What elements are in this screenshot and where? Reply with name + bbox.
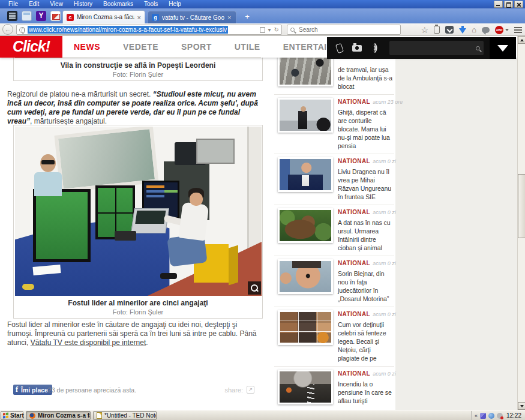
news-thumbnail-blejnar[interactable]: [278, 259, 333, 294]
news-thumbnail-dragnea[interactable]: [278, 157, 333, 192]
urlbar-dropdown-icon[interactable]: ▾: [268, 26, 271, 33]
navigation-toolbar: ← www.click.ro/news/national/miron-cozma…: [0, 23, 525, 36]
sidebar-news-item[interactable]: NATIONALacum 0 zi A dat nas în nas cu ur…: [274, 205, 394, 256]
tab-active-miron-cozma[interactable]: c Miron Cozma s-a făcut şef la ... ×: [62, 10, 145, 23]
new-tab-button[interactable]: +: [241, 12, 253, 22]
news-category: NATIONAL: [338, 260, 370, 266]
tray-alert-icon[interactable]: [497, 413, 503, 419]
like-count: 23 de persoane apreciază asta.: [48, 386, 136, 394]
news-category: NATIONAL: [338, 158, 370, 164]
site-search-input[interactable]: [389, 41, 484, 55]
tab-title: vatafu tv - Căutare Google: [162, 14, 224, 21]
news-category: NATIONAL: [338, 209, 370, 215]
tab-google-search[interactable]: g vatafu tv - Căutare Google ×: [148, 11, 236, 23]
back-button[interactable]: ←: [2, 24, 13, 35]
tab-title: Miron Cozma s-a făcut şef la ...: [77, 14, 134, 20]
zoom-photo-icon[interactable]: [248, 281, 261, 295]
news-thumbnail-collage[interactable]: [278, 310, 333, 345]
share-label: share:: [224, 386, 243, 394]
news-title: Sorin Blejnar, din nou în faţa judecător…: [338, 269, 393, 303]
sidebar-news-item[interactable]: NATIONALacum 0 zi Cum vor deţinuţii cele…: [274, 307, 394, 366]
pinned-tab-stack-icon[interactable]: [7, 11, 17, 21]
url-bar[interactable]: www.click.ro/news/national/miron-cozma-s…: [16, 25, 282, 35]
vertical-scrollbar[interactable]: [517, 36, 525, 410]
article-photo-studio[interactable]: [15, 127, 262, 296]
vatafu-tv-link[interactable]: Vătafu TV este disponibil pe internet: [31, 338, 146, 347]
news-title: A dat nas în nas cu ursul. Urmarea întâl…: [338, 218, 393, 252]
mobile-icon[interactable]: [335, 43, 344, 53]
pinned-tab-yahoo-icon[interactable]: Y: [36, 11, 46, 21]
share-icon[interactable]: ↗: [247, 386, 254, 394]
pinned-tab-window-icon[interactable]: [22, 11, 32, 21]
downloads-icon[interactable]: [459, 28, 466, 34]
header-dropdown-toggle[interactable]: [490, 37, 516, 59]
menu-edit[interactable]: Edit: [23, 0, 44, 8]
search-input[interactable]: [298, 26, 388, 34]
nav-utile[interactable]: UTILE: [223, 42, 272, 52]
pinned-tab-gmail-icon[interactable]: [50, 11, 61, 21]
taskbar-firefox-task[interactable]: Miron Cozma s-a făcu...: [26, 411, 91, 420]
search-icon: [290, 28, 295, 32]
menu-help[interactable]: Help: [163, 0, 187, 8]
facebook-like-button[interactable]: f Îmi place: [13, 385, 52, 395]
news-time: acum 0 zi: [373, 209, 396, 215]
bookmarks-panel-icon[interactable]: [434, 26, 440, 34]
hamburger-menu-icon[interactable]: [514, 27, 522, 33]
camera-icon[interactable]: [352, 45, 362, 52]
scrollbar-thumb[interactable]: [518, 174, 525, 238]
start-button[interactable]: Start: [1, 411, 23, 420]
news-time: acum 0 zi: [373, 311, 396, 317]
menu-view[interactable]: View: [44, 0, 68, 8]
news-time: acum 23 ore: [373, 99, 403, 105]
url-text: www.click.ro/news/national/miron-cozma-s…: [28, 26, 228, 34]
paragraph-text: Regizorul de platou ne-a mărturisit un s…: [7, 90, 153, 98]
news-title: Incendiu la o pensiune în care se aflau …: [338, 380, 393, 405]
news-thumbnail-bear[interactable]: [278, 208, 333, 243]
news-thumbnail-ghita[interactable]: [278, 98, 333, 133]
search-box[interactable]: [287, 25, 401, 35]
click-logo[interactable]: Click!: [0, 36, 62, 58]
nav-sport[interactable]: SPORT: [170, 42, 223, 52]
nav-news[interactable]: NEWS: [62, 42, 112, 52]
news-thumbnail-fire[interactable]: [278, 370, 333, 404]
news-title: de tramvai, iar uşa de la Ambulanţă s-a …: [338, 65, 393, 91]
menu-bookmarks[interactable]: Bookmarks: [98, 0, 139, 8]
minimize-button[interactable]: [494, 1, 503, 8]
sidebar-news-item[interactable]: NATIONALacum 0 zi Sorin Blejnar, din nou…: [274, 256, 394, 307]
reader-mode-icon[interactable]: [260, 27, 265, 33]
globe-icon: [19, 27, 25, 33]
adblock-caret-icon[interactable]: [505, 29, 509, 31]
tray-network-icon[interactable]: [480, 413, 486, 419]
facebook-icon: f: [16, 385, 18, 394]
menu-history[interactable]: History: [68, 0, 98, 8]
reload-icon[interactable]: ↻: [274, 26, 279, 33]
photo-credit: Foto: Florin Şuler: [15, 308, 261, 316]
adblock-icon[interactable]: ABP: [495, 26, 503, 34]
bookmark-star-icon[interactable]: ☆: [421, 26, 429, 34]
scroll-up-button[interactable]: [518, 36, 525, 44]
home-icon[interactable]: ⌂: [472, 26, 476, 34]
taskbar-notepad-task[interactable]: *Untitled - TED Notepad: [93, 411, 157, 420]
tab-close-icon[interactable]: ×: [137, 14, 141, 20]
scroll-down-button[interactable]: [518, 402, 525, 410]
sidebar-news-item[interactable]: NATIONALacum 0 zi Incendiu la o pensiune…: [274, 366, 394, 410]
photo-caption: Vila în construcţie se află în Popeşti L…: [15, 61, 261, 70]
share-control[interactable]: share: ↗: [224, 386, 254, 394]
news-title: Cum vor deţinuţii celebri să fenteze leg…: [338, 320, 393, 362]
tray-expand-icon[interactable]: «: [475, 413, 478, 419]
restore-button[interactable]: [504, 1, 513, 8]
tray-app-icon[interactable]: [488, 413, 494, 419]
news-sidebar: de tramvai, iar uşa de la Ambulanţă s-a …: [274, 52, 394, 410]
menu-tools[interactable]: Tools: [139, 0, 163, 8]
pocket-icon[interactable]: [445, 26, 454, 34]
messenger-icon[interactable]: [482, 27, 490, 33]
sidebar-news-item[interactable]: NATIONALacum 23 ore Ghiţă, disperat că a…: [274, 94, 394, 154]
rss-icon[interactable]: [370, 43, 380, 53]
nav-vedete[interactable]: VEDETE: [112, 42, 170, 52]
menu-file[interactable]: File: [3, 0, 23, 8]
close-window-button[interactable]: [514, 1, 523, 8]
page-background: [395, 36, 517, 410]
sidebar-news-item[interactable]: NATIONALacum 0 zi Liviu Dragnea nu îl vr…: [274, 154, 394, 205]
task-label: Miron Cozma s-a făcu...: [38, 412, 91, 419]
tab-close-icon[interactable]: ×: [227, 14, 231, 20]
